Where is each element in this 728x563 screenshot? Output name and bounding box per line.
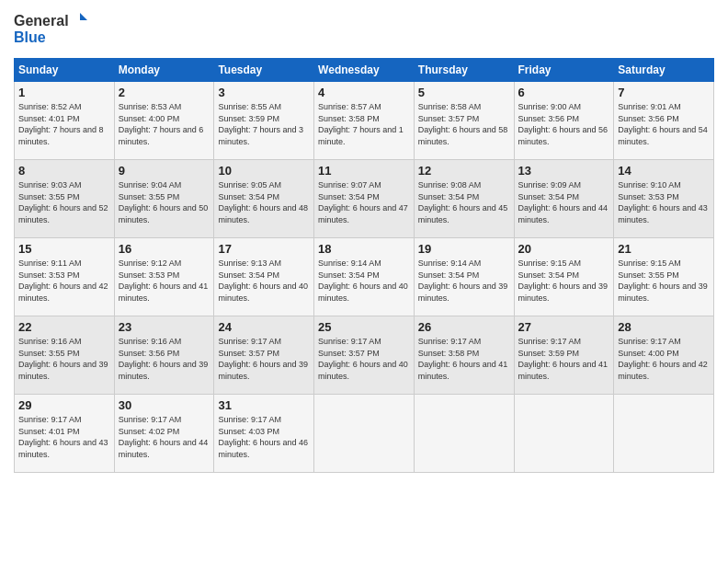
week-row-2: 8 Sunrise: 9:03 AMSunset: 3:55 PMDayligh… bbox=[15, 160, 714, 238]
day-cell: 22 Sunrise: 9:16 AMSunset: 3:55 PMDaylig… bbox=[15, 316, 115, 395]
week-row-4: 22 Sunrise: 9:16 AMSunset: 3:55 PMDaylig… bbox=[15, 316, 714, 395]
day-info: Sunrise: 8:52 AMSunset: 4:01 PMDaylight:… bbox=[18, 102, 104, 146]
day-cell: 10 Sunrise: 9:05 AMSunset: 3:54 PMDaylig… bbox=[214, 160, 314, 238]
day-info: Sunrise: 9:17 AMSunset: 3:57 PMDaylight:… bbox=[318, 337, 408, 381]
day-number: 23 bbox=[119, 320, 210, 334]
day-number: 13 bbox=[518, 164, 610, 178]
day-number: 11 bbox=[318, 164, 410, 178]
day-info: Sunrise: 9:14 AMSunset: 3:54 PMDaylight:… bbox=[318, 259, 408, 303]
day-cell bbox=[414, 395, 514, 473]
column-header-friday: Friday bbox=[514, 59, 614, 82]
day-number: 24 bbox=[218, 320, 310, 334]
week-row-3: 15 Sunrise: 9:11 AMSunset: 3:53 PMDaylig… bbox=[15, 238, 714, 316]
day-cell: 3 Sunrise: 8:55 AMSunset: 3:59 PMDayligh… bbox=[214, 82, 314, 160]
day-info: Sunrise: 9:05 AMSunset: 3:54 PMDaylight:… bbox=[218, 180, 308, 224]
column-header-sunday: Sunday bbox=[15, 59, 115, 82]
day-cell: 4 Sunrise: 8:57 AMSunset: 3:58 PMDayligh… bbox=[314, 82, 415, 160]
day-cell: 11 Sunrise: 9:07 AMSunset: 3:54 PMDaylig… bbox=[314, 160, 415, 238]
day-cell: 5 Sunrise: 8:58 AMSunset: 3:57 PMDayligh… bbox=[414, 82, 514, 160]
day-info: Sunrise: 9:17 AMSunset: 4:00 PMDaylight:… bbox=[618, 337, 708, 381]
calendar-header: General Blue bbox=[14, 9, 714, 51]
column-header-monday: Monday bbox=[114, 59, 214, 82]
day-info: Sunrise: 8:58 AMSunset: 3:57 PMDaylight:… bbox=[418, 102, 508, 146]
svg-text:General: General bbox=[14, 13, 69, 29]
day-info: Sunrise: 9:17 AMSunset: 3:57 PMDaylight:… bbox=[218, 337, 308, 381]
day-info: Sunrise: 9:17 AMSunset: 4:03 PMDaylight:… bbox=[218, 415, 308, 459]
day-number: 25 bbox=[318, 320, 410, 334]
day-number: 29 bbox=[18, 398, 110, 412]
day-info: Sunrise: 9:17 AMSunset: 3:58 PMDaylight:… bbox=[418, 337, 508, 381]
day-info: Sunrise: 8:53 AMSunset: 4:00 PMDaylight:… bbox=[119, 102, 204, 146]
day-number: 30 bbox=[119, 398, 210, 412]
day-info: Sunrise: 9:17 AMSunset: 3:59 PMDaylight:… bbox=[518, 337, 609, 381]
day-info: Sunrise: 9:07 AMSunset: 3:54 PMDaylight:… bbox=[318, 180, 408, 224]
day-info: Sunrise: 9:04 AMSunset: 3:55 PMDaylight:… bbox=[119, 180, 209, 224]
day-cell: 13 Sunrise: 9:09 AMSunset: 3:54 PMDaylig… bbox=[514, 160, 614, 238]
day-cell: 17 Sunrise: 9:13 AMSunset: 3:54 PMDaylig… bbox=[214, 238, 314, 316]
day-cell: 18 Sunrise: 9:14 AMSunset: 3:54 PMDaylig… bbox=[314, 238, 415, 316]
day-number: 28 bbox=[618, 320, 710, 334]
day-info: Sunrise: 9:17 AMSunset: 4:01 PMDaylight:… bbox=[18, 415, 108, 459]
day-cell: 30 Sunrise: 9:17 AMSunset: 4:02 PMDaylig… bbox=[114, 395, 214, 473]
calendar-container: General Blue SundayMondayTuesdayWednesda… bbox=[0, 0, 728, 482]
day-info: Sunrise: 9:00 AMSunset: 3:56 PMDaylight:… bbox=[518, 102, 609, 146]
day-cell: 27 Sunrise: 9:17 AMSunset: 3:59 PMDaylig… bbox=[514, 316, 614, 395]
day-cell: 29 Sunrise: 9:17 AMSunset: 4:01 PMDaylig… bbox=[15, 395, 115, 473]
day-cell: 12 Sunrise: 9:08 AMSunset: 3:54 PMDaylig… bbox=[414, 160, 514, 238]
day-number: 1 bbox=[18, 86, 110, 99]
header-row: SundayMondayTuesdayWednesdayThursdayFrid… bbox=[15, 59, 714, 82]
logo: General Blue bbox=[14, 9, 87, 51]
week-row-5: 29 Sunrise: 9:17 AMSunset: 4:01 PMDaylig… bbox=[15, 395, 714, 473]
day-number: 9 bbox=[119, 164, 210, 178]
day-cell bbox=[514, 395, 614, 473]
column-header-thursday: Thursday bbox=[414, 59, 514, 82]
day-info: Sunrise: 9:08 AMSunset: 3:54 PMDaylight:… bbox=[418, 180, 508, 224]
day-number: 4 bbox=[318, 86, 410, 99]
day-cell: 16 Sunrise: 9:12 AMSunset: 3:53 PMDaylig… bbox=[114, 238, 214, 316]
day-number: 21 bbox=[618, 242, 710, 256]
day-cell: 1 Sunrise: 8:52 AMSunset: 4:01 PMDayligh… bbox=[15, 82, 115, 160]
day-number: 7 bbox=[618, 86, 710, 99]
day-info: Sunrise: 9:11 AMSunset: 3:53 PMDaylight:… bbox=[18, 259, 108, 303]
svg-text:Blue: Blue bbox=[14, 29, 46, 45]
svg-marker-2 bbox=[80, 13, 87, 20]
day-cell: 25 Sunrise: 9:17 AMSunset: 3:57 PMDaylig… bbox=[314, 316, 415, 395]
day-cell: 9 Sunrise: 9:04 AMSunset: 3:55 PMDayligh… bbox=[114, 160, 214, 238]
day-info: Sunrise: 9:01 AMSunset: 3:56 PMDaylight:… bbox=[618, 102, 708, 146]
day-info: Sunrise: 9:15 AMSunset: 3:54 PMDaylight:… bbox=[518, 259, 609, 303]
day-number: 14 bbox=[618, 164, 710, 178]
column-header-tuesday: Tuesday bbox=[214, 59, 314, 82]
day-info: Sunrise: 9:13 AMSunset: 3:54 PMDaylight:… bbox=[218, 259, 308, 303]
day-number: 15 bbox=[18, 242, 110, 256]
column-header-saturday: Saturday bbox=[614, 59, 714, 82]
day-number: 10 bbox=[218, 164, 310, 178]
week-row-1: 1 Sunrise: 8:52 AMSunset: 4:01 PMDayligh… bbox=[15, 82, 714, 160]
day-info: Sunrise: 9:15 AMSunset: 3:55 PMDaylight:… bbox=[618, 259, 708, 303]
day-cell: 8 Sunrise: 9:03 AMSunset: 3:55 PMDayligh… bbox=[15, 160, 115, 238]
calendar-table: SundayMondayTuesdayWednesdayThursdayFrid… bbox=[14, 58, 714, 473]
day-cell: 2 Sunrise: 8:53 AMSunset: 4:00 PMDayligh… bbox=[114, 82, 214, 160]
day-cell: 24 Sunrise: 9:17 AMSunset: 3:57 PMDaylig… bbox=[214, 316, 314, 395]
day-info: Sunrise: 9:10 AMSunset: 3:53 PMDaylight:… bbox=[618, 180, 708, 224]
day-cell: 31 Sunrise: 9:17 AMSunset: 4:03 PMDaylig… bbox=[214, 395, 314, 473]
day-number: 5 bbox=[418, 86, 510, 99]
day-info: Sunrise: 9:16 AMSunset: 3:55 PMDaylight:… bbox=[18, 337, 108, 381]
day-info: Sunrise: 9:14 AMSunset: 3:54 PMDaylight:… bbox=[418, 259, 508, 303]
day-info: Sunrise: 9:03 AMSunset: 3:55 PMDaylight:… bbox=[18, 180, 108, 224]
day-number: 17 bbox=[218, 242, 310, 256]
day-info: Sunrise: 9:16 AMSunset: 3:56 PMDaylight:… bbox=[119, 337, 209, 381]
day-number: 3 bbox=[218, 86, 310, 99]
day-info: Sunrise: 9:17 AMSunset: 4:02 PMDaylight:… bbox=[119, 415, 209, 459]
day-cell: 23 Sunrise: 9:16 AMSunset: 3:56 PMDaylig… bbox=[114, 316, 214, 395]
day-number: 31 bbox=[218, 398, 310, 412]
day-number: 18 bbox=[318, 242, 410, 256]
day-number: 19 bbox=[418, 242, 510, 256]
day-cell bbox=[614, 395, 714, 473]
day-cell: 26 Sunrise: 9:17 AMSunset: 3:58 PMDaylig… bbox=[414, 316, 514, 395]
day-cell: 28 Sunrise: 9:17 AMSunset: 4:00 PMDaylig… bbox=[614, 316, 714, 395]
day-cell: 7 Sunrise: 9:01 AMSunset: 3:56 PMDayligh… bbox=[614, 82, 714, 160]
day-cell: 15 Sunrise: 9:11 AMSunset: 3:53 PMDaylig… bbox=[15, 238, 115, 316]
day-number: 22 bbox=[18, 320, 110, 334]
day-number: 27 bbox=[518, 320, 610, 334]
day-cell: 20 Sunrise: 9:15 AMSunset: 3:54 PMDaylig… bbox=[514, 238, 614, 316]
